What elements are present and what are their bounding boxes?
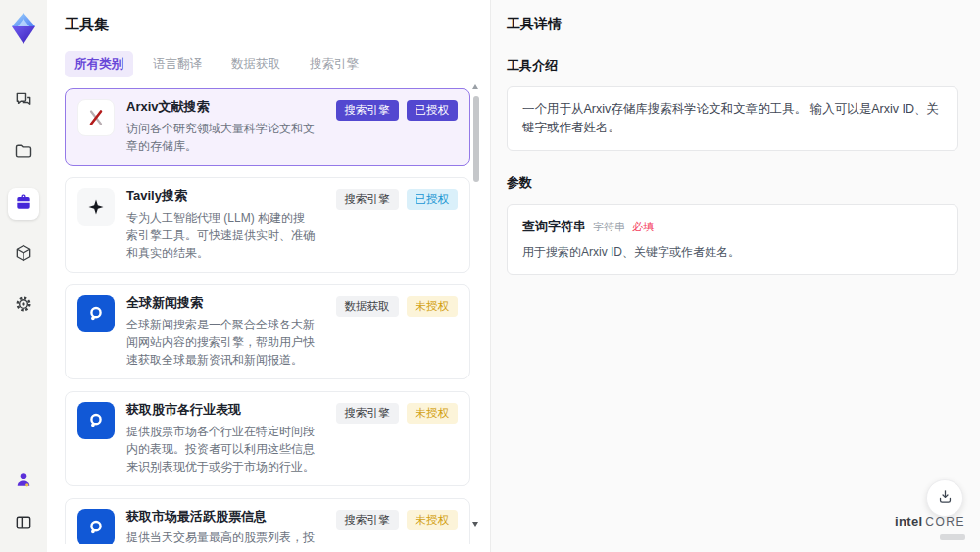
intel-core-logo: intelCORE: [895, 515, 965, 543]
param-box: 查询字符串 字符串 必填 用于搜索的Arxiv ID、关键字或作者姓名。: [507, 204, 958, 275]
tool-description: 专为人工智能代理 (LLM) 构建的搜索引擎工具。可快速提供实时、准确和真实的结…: [126, 209, 317, 262]
news-logo-icon: [77, 509, 115, 544]
brand-core-text: CORE: [925, 515, 965, 528]
cube-icon: [14, 243, 33, 267]
category-badge: 搜索引擎: [336, 189, 399, 210]
tool-card-global-news[interactable]: 全球新闻搜索 全球新闻搜索是一个聚合全球各大新闻网站内容的搜索引擎，帮助用户快速…: [65, 284, 470, 379]
tool-card-list: Arxiv文献搜索 访问各个研究领域大量科学论文和文章的存储库。 搜索引擎 已授…: [65, 88, 470, 544]
tool-name: 获取股市各行业表现: [126, 402, 317, 419]
sidebar-item-packages[interactable]: [8, 239, 39, 271]
intro-text: 一个用于从Arxiv存储库搜索科学论文和文章的工具。 输入可以是Arxiv ID…: [522, 100, 943, 137]
tavily-star-icon: [77, 188, 115, 226]
category-badge: 数据获取: [336, 296, 399, 317]
tool-card-active-stocks[interactable]: 获取市场最活跃股票信息 提供当天交易量最高的股票列表，投资者可以利用这些信息来识…: [65, 498, 470, 544]
sidebar-item-toolbox[interactable]: [8, 188, 39, 220]
brand-intel-text: intel: [895, 514, 922, 528]
auth-status-badge: 未授权: [407, 403, 459, 424]
tool-description: 提供当天交易量最高的股票列表，投资者可以利用这些信息来识别流动性强的股票和潜在的…: [126, 528, 317, 544]
sidebar-item-files[interactable]: [8, 137, 39, 169]
tool-list-panel: 工具集 所有类别 语言翻译 数据获取 搜索引擎 Arxiv文献搜索 访问各个研究…: [47, 0, 490, 552]
tool-description: 访问各个研究领域大量科学论文和文章的存储库。: [126, 120, 317, 155]
tab-data-fetch[interactable]: 数据获取: [221, 51, 290, 77]
detail-title: 工具详情: [507, 16, 958, 33]
news-logo-icon: [77, 295, 115, 332]
auth-status-badge: 未授权: [407, 510, 459, 530]
tab-search-engine[interactable]: 搜索引擎: [300, 51, 368, 77]
page-title: 工具集: [65, 16, 490, 34]
brand-sub-badge: [940, 534, 965, 540]
tool-name: 获取市场最活跃股票信息: [126, 509, 317, 526]
app-logo[interactable]: [7, 10, 40, 47]
auth-status-badge: 已授权: [407, 100, 459, 121]
download-icon: [937, 488, 954, 509]
arxiv-logo-icon: [77, 99, 115, 136]
sidebar-item-chat[interactable]: [8, 86, 39, 118]
folder-icon: [14, 141, 33, 165]
toolbox-icon: [14, 192, 33, 216]
scrollbar-thumb[interactable]: [473, 96, 479, 182]
tool-name: 全球新闻搜索: [126, 295, 317, 312]
scroll-down-arrow-icon[interactable]: [472, 522, 478, 527]
tool-name: Arxiv文献搜索: [126, 99, 317, 116]
tab-translation[interactable]: 语言翻译: [143, 51, 212, 77]
app-rail: [0, 0, 47, 552]
tool-name: Tavily搜索: [126, 188, 317, 205]
params-heading: 参数: [507, 175, 958, 192]
tool-card-arxiv[interactable]: Arxiv文献搜索 访问各个研究领域大量科学论文和文章的存储库。 搜索引擎 已授…: [65, 88, 470, 166]
tool-detail-panel: 工具详情 工具介绍 一个用于从Arxiv存储库搜索科学论文和文章的工具。 输入可…: [490, 0, 980, 552]
auth-status-badge: 已授权: [407, 189, 459, 210]
tab-all-categories[interactable]: 所有类别: [65, 51, 133, 77]
sidebar-item-collapse[interactable]: [8, 509, 39, 540]
user-avatar-icon: [14, 470, 33, 493]
scroll-up-arrow-icon[interactable]: [472, 84, 478, 89]
auth-status-badge: 未授权: [407, 296, 459, 317]
category-badge: 搜索引擎: [336, 100, 399, 121]
list-scrollbar[interactable]: [472, 84, 479, 544]
tool-card-tavily[interactable]: Tavily搜索 专为人工智能代理 (LLM) 构建的搜索引擎工具。可快速提供实…: [65, 177, 470, 273]
sidebar-item-settings[interactable]: [8, 290, 39, 322]
param-required-badge: 必填: [632, 220, 654, 234]
category-badge: 搜索引擎: [336, 403, 399, 424]
download-button[interactable]: [926, 479, 963, 517]
sidebar-item-account[interactable]: [8, 466, 39, 497]
news-logo-icon: [77, 402, 115, 439]
param-description: 用于搜索的Arxiv ID、关键字或作者姓名。: [522, 244, 943, 261]
tool-description: 提供股票市场各个行业在特定时间段内的表现。投资者可以利用这些信息来识别表现优于或…: [126, 423, 317, 476]
chat-icon: [14, 90, 33, 114]
tool-description: 全球新闻搜索是一个聚合全球各大新闻网站内容的搜索引擎，帮助用户快速获取全球最新资…: [126, 316, 317, 369]
intro-box: 一个用于从Arxiv存储库搜索科学论文和文章的工具。 输入可以是Arxiv ID…: [507, 86, 958, 151]
main-area: 工具集 所有类别 语言翻译 数据获取 搜索引擎 Arxiv文献搜索 访问各个研究…: [47, 0, 980, 552]
category-badge: 搜索引擎: [336, 510, 399, 530]
intro-heading: 工具介绍: [507, 57, 958, 75]
panel-layout-icon: [14, 513, 33, 536]
gear-icon: [14, 294, 33, 318]
param-type: 字符串: [593, 220, 625, 234]
param-name: 查询字符串: [522, 218, 586, 235]
category-tabs: 所有类别 语言翻译 数据获取 搜索引擎: [65, 51, 490, 77]
tool-card-sector-performance[interactable]: 获取股市各行业表现 提供股票市场各个行业在特定时间段内的表现。投资者可以利用这些…: [65, 391, 470, 486]
